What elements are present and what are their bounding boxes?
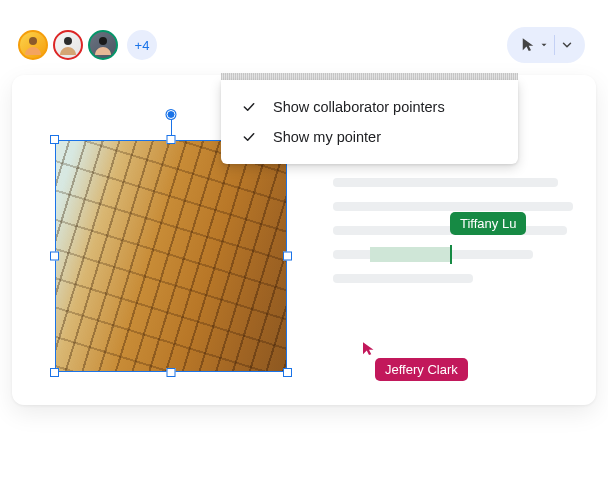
check-icon <box>241 129 257 145</box>
avatar[interactable] <box>53 30 83 60</box>
text-selection-highlight <box>370 247 450 262</box>
resize-handle-mr[interactable] <box>283 252 292 261</box>
svg-point-0 <box>29 37 37 45</box>
resize-handle-br[interactable] <box>283 368 292 377</box>
selected-image[interactable] <box>55 140 287 372</box>
pointer-options-button[interactable] <box>507 27 585 63</box>
chevron-down-icon <box>560 38 574 52</box>
text-line <box>333 250 533 259</box>
pointer-options-menu: Show collaborator pointers Show my point… <box>221 80 518 164</box>
menu-item-show-my-pointer[interactable]: Show my pointer <box>221 122 518 152</box>
collaborator-name: Tiffany Lu <box>460 216 516 231</box>
avatar[interactable] <box>88 30 118 60</box>
resize-handle-ml[interactable] <box>50 252 59 261</box>
selection-outline <box>55 140 287 372</box>
menu-item-label: Show collaborator pointers <box>273 99 445 115</box>
resize-handle-tl[interactable] <box>50 135 59 144</box>
collaborator-label-jeffery: Jeffery Clark <box>375 358 468 381</box>
check-icon <box>241 99 257 115</box>
rotation-handle[interactable] <box>167 110 176 119</box>
resize-handle-bl[interactable] <box>50 368 59 377</box>
text-line <box>333 274 473 283</box>
person-icon <box>56 33 80 57</box>
collaborator-caret <box>450 245 452 264</box>
cursor-icon <box>519 36 537 54</box>
text-line <box>333 202 573 211</box>
text-line <box>333 178 558 187</box>
avatar-overflow-count: +4 <box>135 38 150 53</box>
resize-handle-tm[interactable] <box>167 135 176 144</box>
text-block <box>333 178 571 298</box>
svg-point-1 <box>64 37 72 45</box>
collaborator-avatars: +4 <box>18 30 157 60</box>
caret-down-icon <box>539 40 549 50</box>
avatar-overflow[interactable]: +4 <box>127 30 157 60</box>
menu-item-show-collab-pointers[interactable]: Show collaborator pointers <box>221 92 518 122</box>
avatar[interactable] <box>18 30 48 60</box>
person-icon <box>91 33 115 57</box>
collaborator-label-tiffany: Tiffany Lu <box>450 212 526 235</box>
collaborator-name: Jeffery Clark <box>385 362 458 377</box>
person-icon <box>21 33 45 57</box>
collaborator-pointer-icon <box>360 340 378 358</box>
menu-item-label: Show my pointer <box>273 129 381 145</box>
divider <box>554 35 555 55</box>
resize-handle-bm[interactable] <box>167 368 176 377</box>
svg-point-2 <box>99 37 107 45</box>
